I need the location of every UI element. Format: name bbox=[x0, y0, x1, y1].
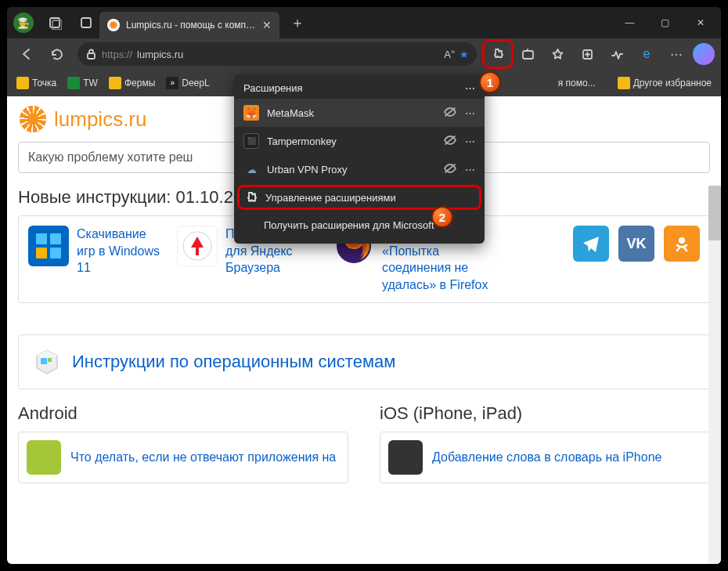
bookmark-truncated[interactable]: я помо... bbox=[558, 78, 596, 89]
copilot-button[interactable] bbox=[693, 43, 715, 65]
ie-mode-icon[interactable]: e bbox=[633, 42, 660, 67]
new-tab-button[interactable]: ＋ bbox=[284, 9, 311, 36]
telegram-button[interactable] bbox=[573, 226, 609, 262]
extension-row[interactable]: ☁ Urban VPN Proxy ⋯ bbox=[234, 155, 485, 183]
folder-icon bbox=[109, 77, 121, 89]
bookmark-item[interactable]: Точка bbox=[13, 75, 59, 91]
profile-avatar[interactable]: 👨‍🍳 bbox=[13, 13, 34, 33]
url-host: lumpics.ru bbox=[137, 49, 183, 60]
metamask-icon: 🦊 bbox=[243, 105, 259, 121]
tab-title: Lumpics.ru - помощь с компьют bbox=[126, 20, 256, 31]
favorite-star-icon[interactable]: ★ bbox=[460, 49, 469, 60]
sheet-icon bbox=[67, 77, 80, 89]
folder-icon bbox=[618, 77, 630, 89]
back-button[interactable] bbox=[13, 42, 40, 67]
extensions-button[interactable] bbox=[485, 42, 511, 67]
article-link[interactable]: Скачивание игр в Windows 11 bbox=[77, 226, 161, 293]
windows-icon bbox=[28, 226, 69, 266]
performance-icon[interactable] bbox=[604, 42, 630, 67]
address-bar[interactable]: https://lumpics.ru A» ★ bbox=[77, 42, 477, 66]
urbanvpn-icon: ☁ bbox=[243, 161, 259, 177]
nav-toolbar: https://lumpics.ru A» ★ e ⋯ bbox=[7, 38, 721, 70]
ok-button[interactable] bbox=[664, 226, 700, 262]
extension-more-icon[interactable]: ⋯ bbox=[465, 136, 475, 147]
svg-rect-4 bbox=[523, 51, 533, 59]
folder-icon bbox=[16, 77, 29, 89]
bookmark-item[interactable]: »DeepL bbox=[163, 75, 212, 91]
svg-rect-9 bbox=[50, 248, 61, 258]
yandex-browser-icon bbox=[177, 226, 218, 266]
site-lock-icon bbox=[85, 49, 97, 60]
puzzle-icon bbox=[245, 191, 258, 204]
visibility-toggle-icon[interactable] bbox=[443, 163, 457, 176]
extension-more-icon[interactable]: ⋯ bbox=[465, 107, 475, 119]
android-icon bbox=[27, 440, 61, 475]
article-row[interactable]: Добавление слова в словарь на iPhone bbox=[380, 432, 710, 483]
get-extensions-label: Получить расширения для Microsoft bbox=[264, 219, 434, 231]
tab-actions-icon[interactable] bbox=[73, 9, 99, 36]
svg-rect-8 bbox=[36, 248, 47, 258]
svg-point-12 bbox=[679, 237, 685, 244]
tab-favicon: ✹ bbox=[107, 19, 120, 31]
svg-rect-6 bbox=[36, 233, 47, 244]
svg-rect-2 bbox=[81, 18, 91, 27]
extension-row[interactable]: 🦊 MetaMask ⋯ bbox=[234, 99, 485, 127]
manage-extensions-label: Управление расширениями bbox=[265, 192, 396, 204]
apple-icon bbox=[388, 440, 423, 475]
browser-tab[interactable]: ✹ Lumpics.ru - помощь с компьют ✕ bbox=[99, 12, 279, 38]
os-instructions-panel[interactable]: Инструкции по операционным системам bbox=[18, 334, 710, 389]
svg-rect-0 bbox=[50, 18, 59, 27]
bookmark-item[interactable]: Фермы bbox=[106, 75, 158, 91]
vk-button[interactable]: VK bbox=[618, 226, 654, 262]
callout-badge-2: 2 bbox=[431, 206, 453, 228]
visibility-toggle-icon[interactable] bbox=[443, 107, 457, 120]
article-row[interactable]: Что делать, если не отвечают приложения … bbox=[18, 432, 348, 483]
extension-row[interactable]: ⬛ Tampermonkey ⋯ bbox=[234, 127, 485, 155]
panel-link[interactable]: Инструкции по операционным системам bbox=[72, 352, 395, 372]
tab-close-icon[interactable]: ✕ bbox=[262, 19, 272, 31]
popup-more-icon[interactable]: ⋯ bbox=[465, 82, 475, 94]
popup-title: Расширения bbox=[243, 82, 303, 94]
favorites-icon[interactable] bbox=[544, 42, 571, 67]
callout-badge-1: 1 bbox=[479, 71, 501, 93]
other-bookmarks[interactable]: Другое избранное bbox=[614, 75, 715, 91]
read-aloud-icon[interactable]: A» bbox=[444, 48, 455, 60]
url-protocol: https:// bbox=[102, 49, 132, 60]
window-minimize[interactable]: — bbox=[612, 7, 647, 38]
site-logo-icon bbox=[20, 106, 46, 132]
bookmark-item[interactable]: TW bbox=[64, 75, 101, 91]
article-link[interactable]: Что делать, если не отвечают приложения … bbox=[70, 450, 336, 464]
collections-icon[interactable] bbox=[574, 42, 600, 67]
page-scrollbar[interactable] bbox=[708, 186, 721, 564]
svg-rect-14 bbox=[48, 358, 52, 362]
tampermonkey-icon: ⬛ bbox=[243, 133, 259, 149]
screenshot-icon[interactable] bbox=[514, 42, 541, 67]
article-link[interactable]: Добавление слова в словарь на iPhone bbox=[432, 450, 661, 464]
visibility-toggle-icon[interactable] bbox=[443, 135, 457, 148]
col-heading-ios: iOS (iPhone, iPad) bbox=[380, 403, 710, 424]
svg-rect-13 bbox=[41, 358, 47, 364]
window-maximize[interactable]: ▢ bbox=[647, 7, 683, 38]
refresh-button[interactable] bbox=[43, 42, 70, 67]
col-heading-android: Android bbox=[18, 403, 348, 424]
extension-name: Urban VPN Proxy bbox=[267, 164, 435, 175]
extension-more-icon[interactable]: ⋯ bbox=[465, 164, 475, 175]
scrollbar-thumb[interactable] bbox=[708, 186, 721, 240]
extension-name: Tampermonkey bbox=[267, 136, 435, 147]
deepl-icon: » bbox=[166, 77, 178, 89]
more-menu-icon[interactable]: ⋯ bbox=[663, 42, 690, 67]
workspaces-icon[interactable] bbox=[41, 9, 68, 36]
social-buttons: VK bbox=[573, 226, 700, 293]
extension-name: MetaMask bbox=[267, 107, 435, 119]
window-close[interactable]: ✕ bbox=[683, 7, 718, 38]
svg-rect-3 bbox=[88, 53, 95, 59]
os-cube-icon bbox=[33, 348, 61, 376]
svg-rect-1 bbox=[52, 20, 62, 30]
site-logo-text: lumpics.ru bbox=[54, 107, 146, 132]
titlebar: 👨‍🍳 ✹ Lumpics.ru - помощь с компьют ✕ ＋ … bbox=[7, 7, 721, 38]
article-card[interactable]: Скачивание игр в Windows 11 bbox=[28, 226, 161, 293]
svg-rect-7 bbox=[50, 233, 61, 244]
